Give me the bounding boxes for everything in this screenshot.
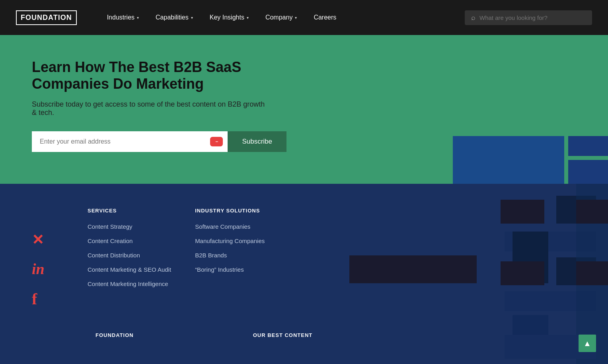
deco-blocks — [453, 136, 608, 184]
nav-capabilities[interactable]: Capabilities ▾ — [149, 11, 199, 24]
footer: ✕ in f SERVICES Content Strategy Content… — [0, 184, 608, 364]
list-item: Software Companies — [195, 223, 265, 230]
list-item: Content Creation — [88, 237, 171, 245]
navbar: FOUNDATION Industries ▾ Capabilities ▾ K… — [0, 0, 608, 35]
nav-key-insights[interactable]: Key Insights ▾ — [203, 11, 255, 24]
footer-services-col: SERVICES Content Strategy Content Creati… — [88, 208, 171, 308]
list-item: Content Marketing Intelligence — [88, 280, 171, 288]
chevron-down-icon: ▾ — [247, 16, 249, 20]
list-item: B2B Brands — [195, 252, 265, 259]
hero-form: ··· Subscribe — [32, 131, 286, 152]
logo[interactable]: FOUNDATION — [16, 10, 77, 25]
scroll-to-top-button[interactable]: ▲ — [579, 335, 596, 352]
nav-company[interactable]: Company ▾ — [259, 11, 303, 24]
email-icon-wrapper: ··· — [210, 131, 228, 152]
list-item: Content Distribution — [88, 252, 171, 259]
footer-foundation-col: FOUNDATION — [95, 332, 134, 348]
content-strategy-link[interactable]: Content Strategy — [88, 223, 133, 230]
software-companies-link[interactable]: Software Companies — [195, 223, 250, 230]
industry-solutions-heading: INDUSTRY SOLUTIONS — [195, 208, 265, 214]
nav-items: Industries ▾ Capabilities ▾ Key Insights… — [101, 11, 449, 24]
twitter-x-icon[interactable]: ✕ — [32, 232, 64, 248]
arrow-up-icon: ▲ — [583, 339, 591, 348]
search-icon: ⌕ — [471, 14, 475, 22]
hero-heading: Learn How The Best B2B SaaS Companies Do… — [32, 59, 310, 92]
our-best-content-heading: OUR BEST CONTENT — [253, 332, 313, 338]
deco-block-1 — [453, 136, 564, 184]
search-bar: ⌕ — [465, 10, 592, 25]
manufacturing-companies-link[interactable]: Manufacturing Companies — [195, 237, 265, 244]
b2b-brands-link[interactable]: B2B Brands — [195, 252, 227, 259]
email-input[interactable] — [32, 131, 210, 152]
content-distribution-link[interactable]: Content Distribution — [88, 252, 140, 259]
list-item: Manufacturing Companies — [195, 237, 265, 245]
industry-solutions-list: Software Companies Manufacturing Compani… — [195, 223, 265, 273]
nav-industries[interactable]: Industries ▾ — [101, 11, 145, 24]
list-item: Content Marketing & SEO Audit — [88, 266, 171, 273]
subscribe-button[interactable]: Subscribe — [228, 131, 286, 152]
footer-best-content-col: OUR BEST CONTENT — [253, 332, 313, 348]
hero-subtext: Subscribe today to get access to some of… — [32, 100, 271, 117]
content-creation-link[interactable]: Content Creation — [88, 237, 133, 244]
deco-block-2 — [568, 136, 608, 156]
linkedin-icon[interactable]: in — [32, 260, 64, 278]
social-column: ✕ in f — [32, 208, 64, 308]
services-list: Content Strategy Content Creation Conten… — [88, 223, 171, 288]
footer-bottom: FOUNDATION OUR BEST CONTENT — [32, 332, 576, 348]
list-item: “Boring” Industries — [195, 266, 265, 273]
content-marketing-seo-link[interactable]: Content Marketing & SEO Audit — [88, 266, 171, 273]
deco-block-3 — [568, 160, 608, 184]
email-icon: ··· — [210, 137, 223, 146]
search-input[interactable] — [479, 14, 586, 21]
foundation-heading: FOUNDATION — [95, 332, 134, 338]
boring-industries-link[interactable]: “Boring” Industries — [195, 266, 244, 273]
footer-content: ✕ in f SERVICES Content Strategy Content… — [32, 208, 576, 308]
services-heading: SERVICES — [88, 208, 171, 214]
chevron-down-icon: ▾ — [295, 16, 297, 20]
facebook-icon[interactable]: f — [32, 290, 64, 308]
hero-section: Learn How The Best B2B SaaS Companies Do… — [0, 35, 608, 184]
footer-industry-col: INDUSTRY SOLUTIONS Software Companies Ma… — [195, 208, 265, 308]
chevron-down-icon: ▾ — [137, 16, 139, 20]
nav-careers[interactable]: Careers — [307, 11, 343, 24]
content-marketing-intel-link[interactable]: Content Marketing Intelligence — [88, 280, 168, 287]
chevron-down-icon: ▾ — [191, 16, 193, 20]
list-item: Content Strategy — [88, 223, 171, 230]
